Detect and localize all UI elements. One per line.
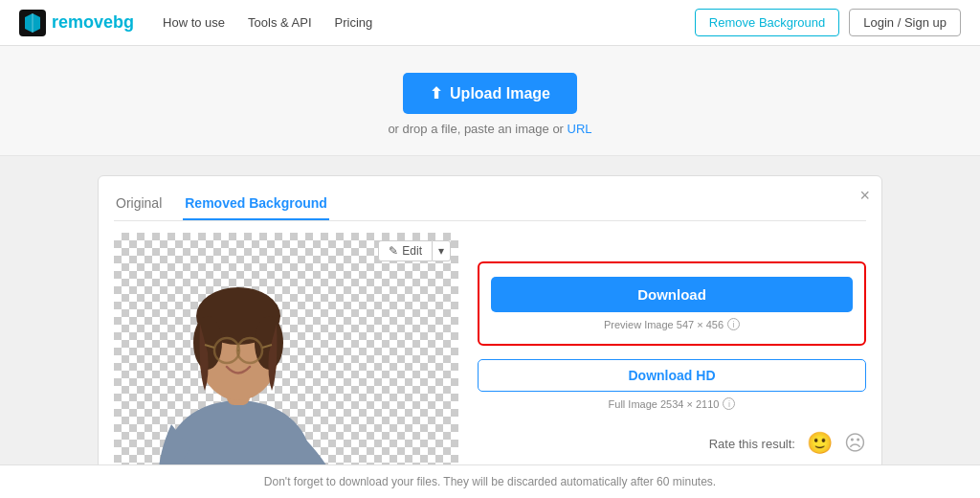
logo-icon <box>19 10 46 36</box>
edit-bar: ✎ Edit ▾ <box>378 240 451 261</box>
tab-original[interactable]: Original <box>114 192 164 220</box>
preview-info-icon[interactable]: i <box>727 318 740 330</box>
chevron-down-icon: ▾ <box>438 244 444 258</box>
bottom-bar: Don't forget to download your files. The… <box>0 464 980 498</box>
full-info-icon[interactable]: i <box>723 397 735 410</box>
logo-text: removebg <box>52 12 134 33</box>
thumbs-up-button[interactable]: 🙂 <box>807 431 833 456</box>
nav-link-tools-api[interactable]: Tools & API <box>248 15 311 30</box>
full-info-text: Full Image 2534 × 2110 <box>609 398 720 410</box>
result-card: × Original Removed Background ✎ Edit ▾ <box>98 175 882 498</box>
nav-links: How to use Tools & API Pricing <box>163 15 695 30</box>
tabs: Original Removed Background <box>114 192 866 221</box>
edit-button[interactable]: ✎ Edit <box>378 240 433 261</box>
download-hd-section: Download HD Full Image 2534 × 2110 i <box>478 359 866 410</box>
rate-section: Rate this result: 🙂 ☹ <box>478 431 866 456</box>
logo-accent: bg <box>113 12 134 32</box>
bottom-bar-text: Don't forget to download your files. The… <box>264 475 716 488</box>
nav-actions: Remove Background Login / Sign up <box>695 9 961 36</box>
logo: removebg <box>19 10 134 36</box>
upload-image-button[interactable]: ⬆ Upload Image <box>403 73 577 114</box>
upload-hint: or drop a file, paste an image or URL <box>19 122 961 136</box>
tab-removed-background[interactable]: Removed Background <box>183 192 329 220</box>
edit-icon: ✎ <box>389 244 398 258</box>
download-button[interactable]: Download <box>491 277 853 312</box>
preview-info-text: Preview Image 547 × 456 <box>604 319 724 330</box>
download-hd-button[interactable]: Download HD <box>478 359 866 392</box>
upload-button-label: Upload Image <box>450 85 550 102</box>
full-info: Full Image 2534 × 2110 i <box>609 397 736 410</box>
rate-label: Rate this result: <box>709 437 795 451</box>
remove-background-button[interactable]: Remove Background <box>695 9 839 36</box>
logo-main: remove <box>52 12 113 32</box>
nav-link-pricing[interactable]: Pricing <box>335 15 373 30</box>
nav-link-how-to-use[interactable]: How to use <box>163 15 225 30</box>
upload-icon: ⬆ <box>430 84 442 102</box>
edit-label: Edit <box>402 244 422 258</box>
edit-dropdown-button[interactable]: ▾ <box>433 240 451 261</box>
close-button[interactable]: × <box>859 186 870 206</box>
upload-url-link[interactable]: URL <box>568 122 592 136</box>
upload-hint-text: or drop a file, paste an image or <box>388 122 564 136</box>
login-signup-button[interactable]: Login / Sign up <box>849 9 961 36</box>
right-panel: Download Preview Image 547 × 456 i Downl… <box>478 233 866 456</box>
download-box: Download Preview Image 547 × 456 i <box>478 261 866 346</box>
thumbs-down-button[interactable]: ☹ <box>844 431 866 456</box>
main-content: × Original Removed Background ✎ Edit ▾ <box>0 156 980 498</box>
navbar: removebg How to use Tools & API Pricing … <box>0 0 980 46</box>
image-container: ✎ Edit ▾ <box>114 233 458 498</box>
preview-info: Preview Image 547 × 456 i <box>604 318 740 330</box>
person-silhouette <box>143 238 334 498</box>
result-image <box>114 233 458 498</box>
card-body: ✎ Edit ▾ <box>114 233 866 498</box>
upload-section: ⬆ Upload Image or drop a file, paste an … <box>0 46 980 156</box>
